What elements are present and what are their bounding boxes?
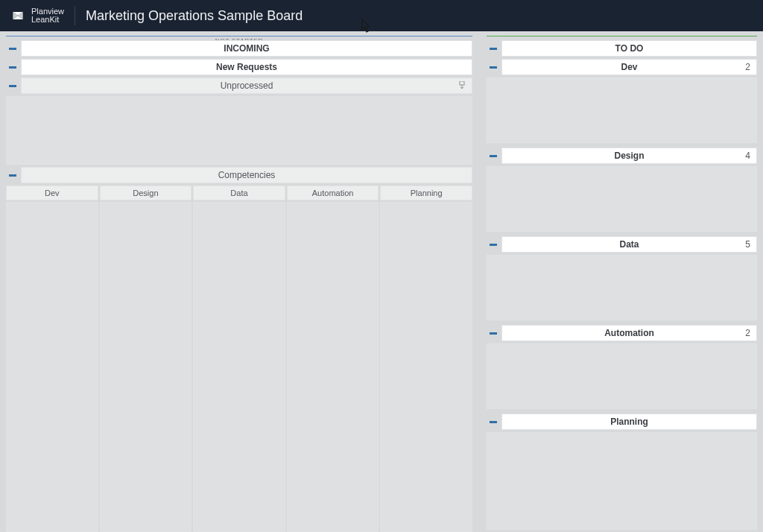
lane-header-unprocessed: Unprocessed xyxy=(6,77,472,94)
lane-count-dev: 2 xyxy=(745,62,750,72)
lane-body-planning[interactable] xyxy=(487,432,757,530)
lane-label: Dev xyxy=(621,62,637,72)
svg-rect-4 xyxy=(460,81,464,85)
col-body-dev[interactable] xyxy=(6,202,98,532)
col-head-design[interactable]: Design xyxy=(100,186,192,200)
lane-header-data: Data 5 xyxy=(487,236,757,253)
lane-label: Automation xyxy=(604,328,654,338)
lane-count-design: 4 xyxy=(745,151,750,161)
competency-column-headers: Dev Design Data Automation Planning xyxy=(6,186,472,200)
collapse-toggle-planning[interactable] xyxy=(487,414,500,430)
lane-title-dev[interactable]: Dev 2 xyxy=(501,59,757,75)
sublane-dev: Dev 2 xyxy=(481,59,763,145)
lane-title-new-requests[interactable]: New Requests xyxy=(21,59,472,75)
col-head-dev[interactable]: Dev xyxy=(6,186,98,200)
section-not-started: NOT STARTED INCOMING New Requests Unproc… xyxy=(0,31,478,532)
brand-text: Planview LeanKit xyxy=(31,7,64,24)
lane-body-unprocessed[interactable] xyxy=(6,96,472,165)
phase-bar-not-started: NOT STARTED xyxy=(0,31,478,40)
collapse-toggle-to-do[interactable] xyxy=(487,40,500,57)
lane-header-to-do: TO DO xyxy=(487,40,757,57)
collapse-toggle-incoming[interactable] xyxy=(6,40,19,57)
lane-title-design[interactable]: Design 4 xyxy=(501,148,757,164)
section-to-do: TO DO Dev 2 Design 4 xyxy=(481,31,763,532)
lane-title-unprocessed[interactable]: Unprocessed xyxy=(21,77,472,94)
lane-body-dev[interactable] xyxy=(487,77,757,143)
collapse-toggle-automation[interactable] xyxy=(487,325,500,341)
collapse-toggle-dev[interactable] xyxy=(487,59,500,75)
competency-column-bodies xyxy=(6,202,472,532)
lane-title-data[interactable]: Data 5 xyxy=(501,236,757,253)
lane-count-data: 5 xyxy=(745,239,750,250)
lane-body-automation[interactable] xyxy=(487,343,757,409)
lane-title-competencies[interactable]: Competencies xyxy=(21,167,472,183)
lane-header-dev: Dev 2 xyxy=(487,59,757,75)
lane-label: Planning xyxy=(610,417,648,427)
col-head-planning[interactable]: Planning xyxy=(380,186,472,200)
board-title: Marketing Operations Sample Board xyxy=(86,8,303,24)
col-head-data[interactable]: Data xyxy=(193,186,285,200)
lane-header-planning: Planning xyxy=(487,414,757,430)
col-body-automation[interactable] xyxy=(287,202,379,532)
lane-label: Unprocessed xyxy=(221,80,273,91)
lane-body-data[interactable] xyxy=(487,255,757,320)
lane-header-incoming: INCOMING xyxy=(6,40,472,57)
collapse-toggle-unprocessed[interactable] xyxy=(6,77,19,94)
brand-logo[interactable]: Planview LeanKit xyxy=(0,6,75,25)
collapse-toggle-competencies[interactable] xyxy=(6,167,19,183)
planview-logo-icon xyxy=(10,8,25,23)
collapse-toggle-new-requests[interactable] xyxy=(6,59,19,75)
col-head-automation[interactable]: Automation xyxy=(287,186,379,200)
brand-line2: LeanKit xyxy=(31,16,64,24)
col-body-data[interactable] xyxy=(193,202,285,532)
col-body-planning[interactable] xyxy=(380,202,472,532)
sublane-data: Data 5 xyxy=(481,236,763,323)
lane-label: Design xyxy=(614,151,644,161)
lane-header-competencies: Competencies xyxy=(6,167,472,183)
lane-label: Data xyxy=(619,239,639,250)
phase-bar-to-do xyxy=(481,31,763,40)
lane-body-design[interactable] xyxy=(487,166,757,232)
lane-header-design: Design 4 xyxy=(487,148,757,164)
lane-title-incoming[interactable]: INCOMING xyxy=(21,40,472,57)
col-body-design[interactable] xyxy=(100,202,192,532)
sublane-planning: Planning xyxy=(481,414,763,530)
sublane-automation: Automation 2 xyxy=(481,325,763,411)
sublane-design: Design 4 xyxy=(481,148,763,234)
lane-title-to-do[interactable]: TO DO xyxy=(501,40,757,57)
collapse-toggle-data[interactable] xyxy=(487,236,500,253)
lane-title-planning[interactable]: Planning xyxy=(501,414,757,430)
top-bar: Planview LeanKit Marketing Operations Sa… xyxy=(0,0,763,31)
lane-header-automation: Automation 2 xyxy=(487,325,757,341)
lane-header-new-requests: New Requests xyxy=(6,59,472,75)
kanban-board: NOT STARTED INCOMING New Requests Unproc… xyxy=(0,31,763,532)
collapse-toggle-design[interactable] xyxy=(487,148,500,164)
sort-icon[interactable] xyxy=(458,81,466,90)
lane-title-automation[interactable]: Automation 2 xyxy=(501,325,757,341)
lane-count-automation: 2 xyxy=(745,328,750,338)
